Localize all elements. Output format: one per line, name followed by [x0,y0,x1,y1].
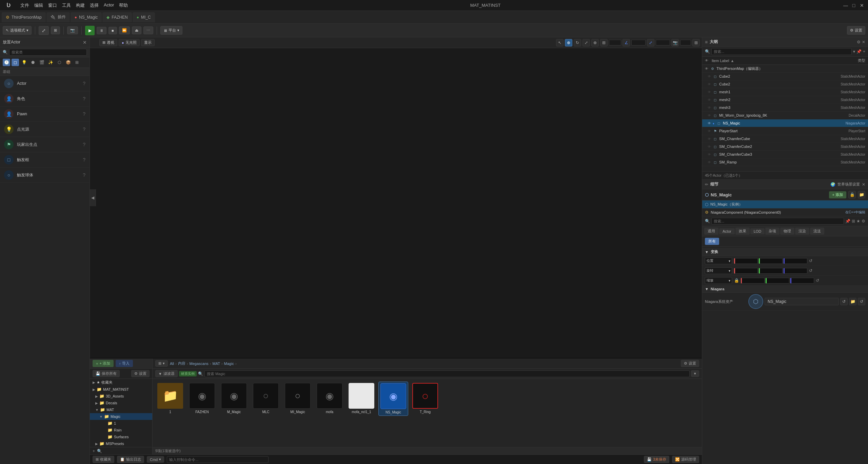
lights-icon[interactable]: 💡 [20,59,28,66]
visibility-icon-smchamfer3[interactable]: 👁 [708,153,711,156]
cb-search-icon[interactable]: 🔍 [97,449,102,453]
details-settings-icon[interactable]: ⚙ [862,219,865,224]
outline-item-mesh3[interactable]: 👁 ◻ mesh3 StaticMeshActor [702,104,868,112]
unsaved-count[interactable]: 💾 3未保存 [644,456,669,463]
visibility-icon-cube2[interactable]: 👁 [708,75,711,78]
volumes-icon[interactable]: 📦 [64,59,72,66]
scale-reset-icon[interactable]: ↺ [816,278,819,283]
content-search-input[interactable] [204,370,690,377]
all-classes-icon[interactable]: ⊞ [73,59,81,66]
outline-filter-icon[interactable]: ≡ [705,39,708,45]
asset-fazhen[interactable]: ◉ FAZHEN [187,382,217,416]
actor-help-icon-spawn[interactable]: ? [83,142,85,147]
lock-icon[interactable]: 🔒 [848,191,856,198]
menu-item-file[interactable]: 文件 [20,2,29,8]
perspective-btn[interactable]: ⊞ 透视 [99,39,117,46]
visibility-icon-smchamfer[interactable]: 👁 [708,137,711,141]
tab-plugin[interactable]: 🔌 插件 [46,12,70,22]
settings-button[interactable]: ⚙ 设置 [847,26,865,35]
asset-mi-magic[interactable]: ○ MI_Magic [283,382,313,416]
source-control-btn[interactable]: 🔀 源码管理 [672,456,699,463]
visual-effects-icon[interactable]: ✨ [47,59,54,66]
niagara-section-header[interactable]: ▼ Niagara [702,286,868,293]
outline-pin-icon[interactable]: 📌 [856,49,862,54]
add-component-button[interactable]: + 添加 [829,191,846,198]
select-tool-icon[interactable]: ↖ [556,39,564,46]
outline-item-mesh1[interactable]: 👁 ◻ mesh1 StaticMeshActor [702,88,868,96]
menu-item-actor[interactable]: Actor [104,2,114,8]
eject-button[interactable]: ⏏ [132,26,141,34]
visibility-icon-mesh2[interactable]: 👁 [708,98,711,102]
content-browser-menu-btn[interactable]: ⊞ 收藏夹 [93,456,114,463]
breadcrumb-megascans[interactable]: Megascans [190,362,209,366]
pos-x-input[interactable]: 2009.595622 [734,258,758,264]
asset-ns-magic[interactable]: ◉ NS_Magic [378,382,408,416]
actor-help-icon-character[interactable]: ? [83,96,85,101]
search-options-button[interactable]: ▾ [691,370,699,377]
rot-y-input[interactable]: 0.0° [759,268,783,274]
visibility-icon-smchamfer2[interactable]: 👁 [708,145,711,149]
save-all-button[interactable]: 💾 保存所有 [93,370,120,377]
grid-size-input[interactable]: 10 [609,40,621,45]
collections-header[interactable]: ▶ ★ 收藏夹 [90,379,152,386]
place-actor-close[interactable]: ✕ [83,40,87,45]
outline-item-mesh2[interactable]: 👁 ◻ mesh2 StaticMeshActor [702,96,868,104]
output-log-btn[interactable]: 📋 输出日志 [117,456,144,463]
outline-item-cube2b[interactable]: 👁 ◻ Cube2 StaticMeshActor [702,80,868,88]
outline-settings-icon[interactable]: ⚙ [857,40,861,44]
folder-magic[interactable]: ▼ 📁 Magic [90,413,152,420]
shapes-icon[interactable]: ⬟ [29,59,37,66]
rot-x-input[interactable]: 0.0° [734,268,758,274]
tab-general[interactable]: 通用 [704,228,718,235]
filter-button[interactable]: ▼ 滤波器 [155,370,178,377]
tab-third-person-map[interactable]: ⚙ ThirdPersonMap [2,12,46,22]
actor-item-pawn[interactable]: 👤 Pawn ? [0,107,90,122]
outline-close[interactable]: ✕ [862,40,865,44]
breadcrumb-magic[interactable]: Magic [224,362,234,366]
cmd-dropdown[interactable]: Cmd ▾ [147,456,164,463]
outline-item-nsmagic[interactable]: 👁 ⬧ ◻ NS_Magic NiagaraActor [702,119,868,127]
add-content-button[interactable]: + + 添加 [93,360,114,367]
tab-fazhen[interactable]: ◆ FAZHEN [102,12,132,22]
tab-actor[interactable]: Actor [719,228,735,234]
actor-help-icon-actor[interactable]: ? [83,81,85,86]
scale-select[interactable]: 缩放 ▾ [705,277,732,284]
camera-button[interactable]: 📷 [67,26,78,34]
transform-section-header[interactable]: ▼ 变换 [702,248,868,256]
component-action-2[interactable]: 在C++中编辑 [845,210,865,215]
breadcrumb-all[interactable]: All [170,362,174,366]
actor-item-trigger-sphere[interactable]: ○ 触发球体 ? [0,168,90,183]
move-tool-icon[interactable]: ⊕ [565,39,572,46]
mat-instance-badge[interactable]: 材质实例 [179,371,197,376]
scale-tool-icon[interactable]: ⤢ [583,39,590,46]
niagara-browse-button[interactable]: 📁 [849,298,856,305]
breadcrumb-mat[interactable]: MAT [213,362,220,366]
pause-button[interactable]: ⏸ [97,27,106,34]
pos-reset-icon[interactable]: ↺ [809,258,812,263]
actor-item-character[interactable]: 👤 角色 ? [0,91,90,107]
folder-mat[interactable]: ▼ 📁 MAT [90,406,152,413]
scale-x-input[interactable]: 1.0 [741,278,765,284]
menu-item-tools[interactable]: 工具 [62,2,71,8]
cb-collections-icon[interactable]: + [93,449,95,453]
outline-search-input[interactable] [711,48,852,55]
browse-asset-icon[interactable]: 📁 [858,191,865,198]
tab-rendering[interactable]: 渲染 [795,228,809,235]
play-button[interactable]: ▶ [85,26,95,35]
skip-button[interactable]: ⏩ [119,26,130,34]
platform-button[interactable]: 🖥 平台 ▾ [160,26,182,35]
asset-mofa[interactable]: ◉ mofa [315,382,344,416]
geometry-icon[interactable]: ⬡ [56,59,63,66]
folder-decals[interactable]: ▶ 📁 Decals [90,400,152,406]
pos-y-input[interactable]: 2546.962067 [759,258,783,264]
tab-all[interactable]: 所有 [705,238,719,245]
cinematic-icon[interactable]: 🎬 [38,59,45,66]
angle-icon[interactable]: ∠ [623,39,630,46]
tab-ns-magic[interactable]: ● NS_Magic [71,12,102,22]
asset-folder-1[interactable]: 📁 1 [155,382,185,416]
menu-item-build[interactable]: 构建 [76,2,85,8]
outline-item-smchamfer[interactable]: 👁 ◻ SM_ChamferCube StaticMeshActor [702,135,868,143]
basic-category-icon[interactable]: ◻ [12,59,19,66]
stop-button[interactable]: ■ [108,27,117,34]
visibility-icon-mesh3[interactable]: 👁 [708,106,711,110]
